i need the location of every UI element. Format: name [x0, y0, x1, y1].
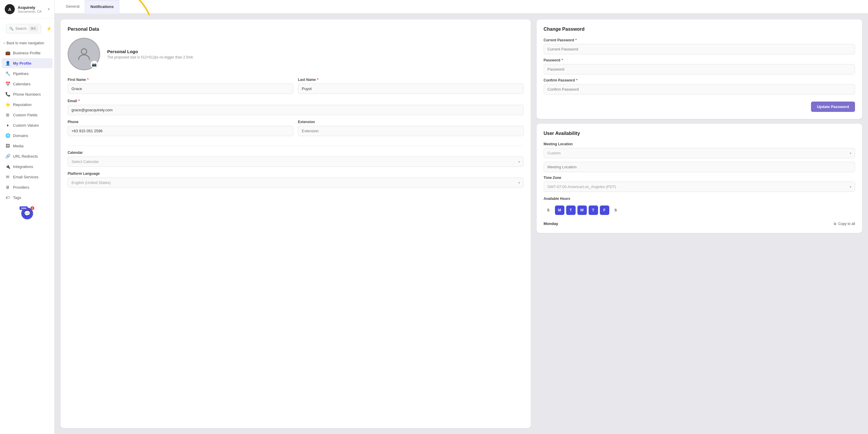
user-availability-card: User Availability Meeting Location Custo… — [537, 124, 862, 233]
personal-data-title: Personal Data — [68, 27, 524, 32]
days-row: S M T W T F S — [544, 206, 855, 215]
briefcase-icon: 💼 — [5, 51, 10, 55]
timezone-select-wrapper: GMT-07:00 America/Los_Angeles (PDT) ▾ — [544, 182, 855, 192]
language-row: Platform Language English (United States… — [68, 172, 524, 188]
password-input[interactable] — [544, 64, 855, 74]
last-name-input[interactable] — [298, 84, 524, 94]
confirm-password-input[interactable] — [544, 84, 855, 94]
confirm-password-group: Confirm Password * — [544, 78, 855, 94]
meeting-location-label: Meeting Location — [544, 142, 855, 146]
bolt-icon[interactable]: ⚡ — [46, 26, 52, 31]
sidebar-item-phone-numbers[interactable]: 📞 Phone Numbers — [2, 89, 53, 99]
star-icon: ⭐ — [5, 102, 10, 107]
required-mark: * — [575, 38, 577, 42]
chevron-down-icon: ▾ — [48, 7, 50, 11]
sidebar-item-reputation[interactable]: ⭐ Reputation — [2, 99, 53, 110]
image-icon: 🖼 — [5, 144, 10, 148]
sidebar: A Acquirely Sacramento, CA ▾ 🔍 Search ⌘K… — [0, 0, 55, 434]
extension-group: Extension — [298, 120, 524, 136]
back-nav-label: Back to main navigation — [6, 41, 44, 45]
monday-row: Monday ⧉ Copy to all — [544, 221, 855, 226]
sidebar-item-integrations[interactable]: 🔌 Integrations — [2, 161, 53, 172]
day-wednesday[interactable]: W — [578, 206, 587, 215]
sidebar-nav: 💼 Business Profile 👤 My Profile 🔧 Pipeli… — [0, 48, 54, 203]
sidebar-item-label: Reputation — [13, 102, 32, 107]
day-saturday[interactable]: S — [611, 206, 621, 215]
confirm-password-label: Confirm Password * — [544, 78, 855, 82]
sidebar-item-label: URL Redirects — [13, 154, 38, 159]
sidebar-item-email-services[interactable]: ✉ Email Services — [2, 172, 53, 182]
copy-all-label: Copy to all — [838, 222, 855, 226]
meeting-location-input[interactable] — [544, 162, 855, 172]
back-navigation[interactable]: ‹ Back to main navigation — [0, 39, 54, 48]
user-icon: 👤 — [5, 61, 10, 66]
day-thursday[interactable]: T — [589, 206, 598, 215]
timezone-label: Time Zone — [544, 176, 855, 180]
tabs-bar: General Notifications — [55, 0, 868, 13]
sidebar-item-label: Custom Values — [13, 123, 39, 128]
current-password-label: Current Password * — [544, 38, 855, 42]
search-shortcut: ⌘K — [29, 26, 38, 31]
change-password-title: Change Password — [544, 27, 855, 32]
sidebar-item-label: Phone Numbers — [13, 92, 41, 97]
sidebar-item-pipelines[interactable]: 🔧 Pipelines — [2, 68, 53, 79]
sidebar-item-media[interactable]: 🖼 Media — [2, 141, 53, 151]
last-name-group: Last Name * — [298, 78, 524, 94]
org-avatar: A — [5, 4, 15, 14]
available-hours-group: Available Hours S M T W T F S — [544, 197, 855, 218]
meeting-location-select-wrapper: Custom ▾ — [544, 148, 855, 158]
current-password-input[interactable] — [544, 44, 855, 54]
search-bar[interactable]: 🔍 Search ⌘K — [6, 24, 41, 33]
calendar-select[interactable]: Select Calendar — [68, 156, 524, 167]
sidebar-item-url-redirects[interactable]: 🔗 URL Redirects — [2, 151, 53, 161]
sidebar-item-custom-values[interactable]: ♦ Custom Values — [2, 120, 53, 130]
required-mark: * — [78, 99, 80, 103]
sidebar-item-domains[interactable]: 🌐 Domains — [2, 130, 53, 141]
chevron-left-icon: ‹ — [4, 41, 5, 45]
filter-icon: 🔧 — [5, 71, 10, 76]
avatar-container[interactable]: 📷 — [68, 38, 100, 70]
camera-button[interactable]: 📷 — [90, 61, 98, 68]
first-name-input[interactable] — [68, 84, 293, 94]
copy-to-all-button[interactable]: ⧉ Copy to all — [834, 222, 855, 226]
day-monday[interactable]: M — [555, 206, 564, 215]
sidebar-item-label: Pipelines — [13, 71, 29, 76]
available-hours-label: Available Hours — [544, 197, 855, 201]
phone-input[interactable] — [68, 126, 293, 136]
extension-label: Extension — [298, 120, 524, 124]
email-input[interactable] — [68, 105, 524, 115]
update-password-row: Update Password — [544, 99, 855, 112]
day-sunday[interactable]: S — [544, 206, 553, 215]
day-friday[interactable]: F — [600, 206, 609, 215]
sidebar-item-label: Media — [13, 144, 23, 148]
timezone-select[interactable]: GMT-07:00 America/Los_Angeles (PDT) — [544, 182, 855, 192]
day-tuesday[interactable]: T — [566, 206, 576, 215]
sidebar-item-custom-fields[interactable]: ⊞ Custom Fields — [2, 110, 53, 120]
sidebar-item-calendars[interactable]: 📅 Calendars — [2, 79, 53, 89]
org-selector[interactable]: A Acquirely Sacramento, CA ▾ — [0, 0, 54, 19]
calendar-label: Calendar — [68, 151, 524, 155]
sidebar-item-label: Business Profile — [13, 51, 40, 55]
sidebar-item-label: Custom Fields — [13, 113, 37, 117]
meeting-location-group: Meeting Location Custom ▾ — [544, 142, 855, 158]
password-label: Password * — [544, 58, 855, 62]
sidebar-item-providers[interactable]: 🖥 Providers — [2, 182, 53, 192]
tab-general[interactable]: General — [61, 0, 85, 13]
extension-input[interactable] — [298, 126, 524, 136]
sidebar-item-label: Tags — [13, 195, 21, 200]
language-select[interactable]: English (United States) — [68, 178, 524, 188]
tab-notifications[interactable]: Notifications — [85, 0, 119, 13]
globe-icon: 🌐 — [5, 133, 10, 138]
calendar-select-wrapper: Select Calendar ▾ — [68, 156, 524, 167]
update-password-button[interactable]: Update Password — [811, 101, 855, 112]
chat-widget[interactable]: 💬 2 new — [21, 208, 33, 219]
sidebar-item-label: Integrations — [13, 164, 33, 169]
meeting-location-select[interactable]: Custom — [544, 148, 855, 158]
logo-info: Personal Logo The proposed size is 512×5… — [107, 49, 193, 59]
required-mark: * — [87, 78, 89, 82]
tag-icon: 🏷 — [5, 195, 10, 200]
mail-icon: ✉ — [5, 175, 10, 179]
sidebar-item-my-profile[interactable]: 👤 My Profile — [2, 58, 53, 68]
sidebar-item-business-profile[interactable]: 💼 Business Profile — [2, 48, 53, 58]
sidebar-item-tags[interactable]: 🏷 Tags — [2, 192, 53, 203]
